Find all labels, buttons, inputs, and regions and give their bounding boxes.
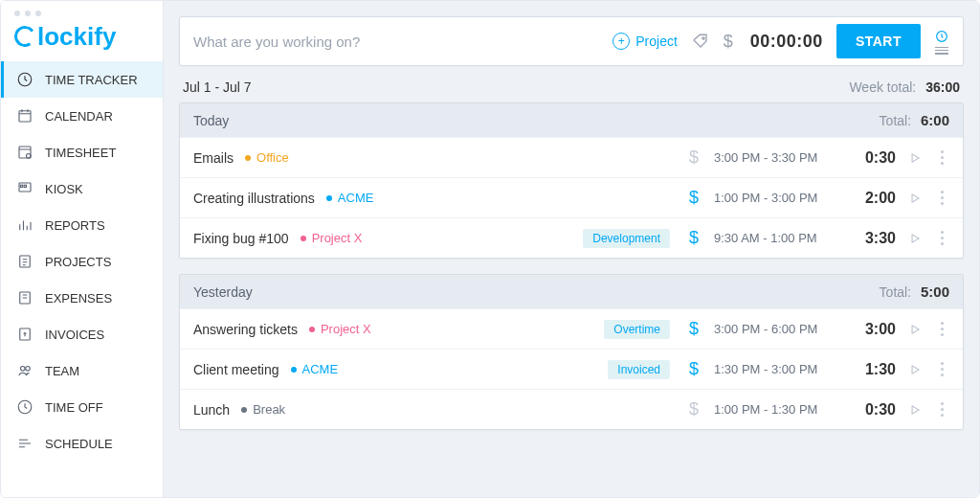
- entry-play-button[interactable]: [905, 151, 924, 165]
- entry-play-button[interactable]: [905, 192, 924, 205]
- entry-more-button[interactable]: [934, 322, 949, 336]
- entry-billable[interactable]: $: [683, 399, 704, 419]
- day-group: YesterdayTotal: 5:00Answering ticketsPro…: [179, 274, 964, 430]
- day-header: YesterdayTotal: 5:00: [180, 275, 963, 308]
- list-mode-icon: [935, 47, 948, 55]
- sidebar-item-label: REPORTS: [45, 218, 105, 233]
- entry-billable[interactable]: $: [683, 319, 704, 339]
- description-input[interactable]: [193, 34, 599, 50]
- timeoff-icon: [16, 398, 33, 416]
- svg-point-3: [27, 154, 32, 159]
- svg-rect-2: [19, 147, 31, 158]
- sidebar-item-calendar[interactable]: CALENDAR: [1, 98, 163, 134]
- entry-project[interactable]: Break: [241, 402, 285, 417]
- entry-duration: 2:00: [848, 190, 896, 207]
- project-dot-icon: [301, 236, 306, 241]
- entry-project[interactable]: Project X: [309, 322, 371, 336]
- entry-description-cell: Creating illustrationsACME: [193, 191, 490, 206]
- clock-mode-icon: [934, 29, 949, 44]
- entry-description: Fixing bug #100: [193, 231, 289, 246]
- entry-tag[interactable]: Development: [583, 229, 670, 248]
- app-logo: lockify: [14, 22, 149, 52]
- project-label: Project: [635, 34, 678, 49]
- timer-value: 00:00:00: [746, 32, 823, 52]
- time-entry[interactable]: Fixing bug #100Project XDevelopment$9:30…: [180, 217, 963, 258]
- svg-rect-6: [24, 185, 26, 187]
- sidebar-item-time-tracker[interactable]: TIME TRACKER: [1, 61, 163, 98]
- entry-play-button[interactable]: [905, 323, 924, 336]
- expenses-icon: [16, 289, 33, 306]
- svg-point-13: [702, 37, 704, 39]
- time-entry[interactable]: EmailsOffice$3:00 PM - 3:30 PM0:30: [180, 137, 963, 177]
- entry-billable[interactable]: $: [683, 359, 704, 379]
- sidebar-item-projects[interactable]: PROJECTS: [1, 243, 163, 280]
- project-dot-icon: [245, 155, 251, 161]
- sidebar-item-label: KIOSK: [45, 182, 83, 196]
- entry-duration: 0:30: [848, 401, 896, 419]
- sidebar-item-label: CALENDAR: [45, 109, 113, 124]
- time-entry[interactable]: Client meetingACMEInvoiced$1:30 PM - 3:0…: [180, 349, 963, 389]
- main-content: + Project $ 00:00:00 START Jul 1 - Jul 7…: [164, 1, 979, 497]
- tag-button[interactable]: [691, 32, 710, 51]
- entry-more-button[interactable]: [934, 362, 949, 376]
- sidebar-item-expenses[interactable]: EXPENSES: [1, 280, 163, 316]
- sidebar-item-kiosk[interactable]: KIOSK: [1, 170, 163, 207]
- sidebar-nav: TIME TRACKER CALENDAR TIMESHEET KIOSK RE…: [1, 61, 163, 462]
- entry-time-range: 1:30 PM - 3:00 PM: [714, 362, 838, 376]
- time-entry[interactable]: LunchBreak$1:00 PM - 1:30 PM0:30: [180, 389, 963, 429]
- time-entry[interactable]: Answering ticketsProject XOvertime$3:00 …: [180, 308, 963, 349]
- entry-play-button[interactable]: [905, 363, 924, 376]
- entry-time-range: 3:00 PM - 6:00 PM: [714, 322, 838, 336]
- entry-more-button[interactable]: [934, 150, 949, 165]
- entry-project[interactable]: Office: [245, 150, 289, 165]
- play-icon: [908, 403, 922, 417]
- start-button[interactable]: START: [836, 24, 921, 58]
- entry-project[interactable]: ACME: [326, 191, 374, 205]
- sidebar-item-team[interactable]: TEAM: [1, 352, 163, 389]
- timesheet-icon: [16, 144, 33, 161]
- entry-play-button[interactable]: [905, 403, 924, 417]
- entry-billable[interactable]: $: [683, 228, 704, 248]
- entry-description-cell: Answering ticketsProject X: [193, 322, 490, 337]
- billable-toggle[interactable]: $: [724, 32, 733, 52]
- entry-project[interactable]: Project X: [301, 231, 363, 245]
- clock-icon: [16, 71, 33, 88]
- entry-billable[interactable]: $: [683, 188, 704, 208]
- entry-description-cell: LunchBreak: [193, 402, 490, 418]
- sidebar-item-schedule[interactable]: SCHEDULE: [1, 425, 163, 462]
- entry-project[interactable]: ACME: [291, 362, 339, 376]
- entry-description-cell: Fixing bug #100Project X: [193, 231, 490, 246]
- entry-duration: 0:30: [848, 149, 896, 167]
- entry-more-button[interactable]: [934, 231, 949, 245]
- play-icon: [908, 363, 922, 376]
- sidebar-item-time-off[interactable]: TIME OFF: [1, 389, 163, 425]
- play-icon: [908, 192, 922, 205]
- window-controls: [14, 11, 149, 16]
- sidebar-item-timesheet[interactable]: TIMESHEET: [1, 134, 163, 170]
- svg-rect-1: [19, 111, 31, 122]
- project-dot-icon: [291, 367, 297, 373]
- day-header: TodayTotal: 6:00: [180, 103, 963, 137]
- sidebar-item-reports[interactable]: REPORTS: [1, 207, 163, 243]
- entry-billable[interactable]: $: [683, 147, 704, 168]
- tag-icon: [692, 33, 709, 50]
- entry-tag[interactable]: Overtime: [604, 320, 670, 339]
- sidebar: lockify TIME TRACKER CALENDAR TIMESHEET …: [1, 1, 164, 497]
- entry-more-button[interactable]: [934, 402, 949, 417]
- reports-icon: [16, 216, 33, 234]
- entry-description-cell: EmailsOffice: [193, 150, 490, 166]
- sidebar-item-label: PROJECTS: [45, 255, 111, 269]
- team-icon: [16, 362, 33, 379]
- time-entry[interactable]: Creating illustrationsACME$1:00 PM - 3:0…: [180, 177, 963, 217]
- day-total: Total: 6:00: [880, 112, 949, 128]
- entry-description: Emails: [193, 150, 234, 166]
- day-title: Today: [193, 113, 229, 128]
- entry-play-button[interactable]: [905, 232, 924, 245]
- sidebar-item-invoices[interactable]: INVOICES: [1, 316, 163, 352]
- entry-tag[interactable]: Invoiced: [608, 360, 670, 379]
- project-button[interactable]: + Project: [612, 33, 678, 50]
- entry-more-button[interactable]: [934, 191, 949, 205]
- project-dot-icon: [309, 327, 315, 332]
- sidebar-item-label: TIME TRACKER: [45, 73, 138, 87]
- mode-toggle[interactable]: [934, 29, 949, 55]
